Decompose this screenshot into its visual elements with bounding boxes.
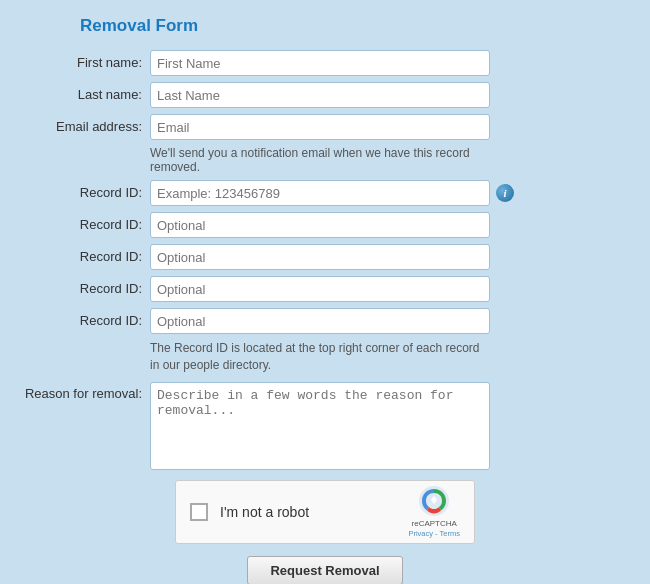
email-input[interactable] [150, 114, 490, 140]
record-id-1-wrap [150, 180, 490, 206]
record-id-2-label: Record ID: [20, 216, 150, 234]
record-id-5-row: Record ID: [20, 308, 630, 334]
record-id-1-label: Record ID: [20, 184, 150, 202]
first-name-label: First name: [20, 54, 150, 72]
reason-row: Reason for removal: [20, 382, 630, 470]
record-id-1-row: Record ID: i [20, 180, 630, 206]
email-hint-row: We'll send you a notification email when… [20, 146, 630, 174]
last-name-input[interactable] [150, 82, 490, 108]
captcha-label: I'm not a robot [220, 504, 408, 520]
captcha-brand: reCAPTCHA [412, 519, 457, 529]
submit-row: Request Removal [20, 556, 630, 584]
record-id-2-wrap [150, 212, 490, 238]
record-id-5-wrap [150, 308, 490, 334]
record-id-4-input[interactable] [150, 276, 490, 302]
form-title: Removal Form [80, 16, 630, 36]
record-id-2-input[interactable] [150, 212, 490, 238]
record-id-5-input[interactable] [150, 308, 490, 334]
recaptcha-icon [418, 485, 450, 517]
captcha-logo-area: reCAPTCHA Privacy - Terms [408, 485, 460, 538]
captcha-links[interactable]: Privacy - Terms [408, 529, 460, 538]
record-id-5-label: Record ID: [20, 312, 150, 330]
reason-textarea[interactable] [150, 382, 490, 470]
record-id-3-row: Record ID: [20, 244, 630, 270]
captcha-checkbox[interactable] [190, 503, 208, 521]
record-id-1-input[interactable] [150, 180, 490, 206]
record-id-4-wrap [150, 276, 490, 302]
record-id-3-input[interactable] [150, 244, 490, 270]
captcha-box: I'm not a robot reCAPTCHA Privacy - Term… [175, 480, 475, 544]
last-name-row: Last name: [20, 82, 630, 108]
record-id-3-wrap [150, 244, 490, 270]
email-hint-spacer [20, 146, 150, 174]
record-id-3-label: Record ID: [20, 248, 150, 266]
email-hint-text: We'll send you a notification email when… [150, 146, 490, 174]
record-id-4-row: Record ID: [20, 276, 630, 302]
record-id-2-row: Record ID: [20, 212, 630, 238]
submit-button[interactable]: Request Removal [247, 556, 402, 584]
first-name-input[interactable] [150, 50, 490, 76]
record-hint-text: The Record ID is located at the top righ… [150, 340, 490, 374]
record-hint-spacer [20, 340, 150, 374]
reason-label: Reason for removal: [20, 382, 150, 401]
last-name-label: Last name: [20, 86, 150, 104]
captcha-row: I'm not a robot reCAPTCHA Privacy - Term… [20, 480, 630, 544]
record-id-4-label: Record ID: [20, 280, 150, 298]
record-id-info-icon[interactable]: i [496, 184, 514, 202]
first-name-row: First name: [20, 50, 630, 76]
record-hint-row: The Record ID is located at the top righ… [20, 340, 630, 374]
page-wrapper: Removal Form First name: Last name: Emai… [0, 0, 650, 584]
email-row: Email address: [20, 114, 630, 140]
email-label: Email address: [20, 118, 150, 136]
